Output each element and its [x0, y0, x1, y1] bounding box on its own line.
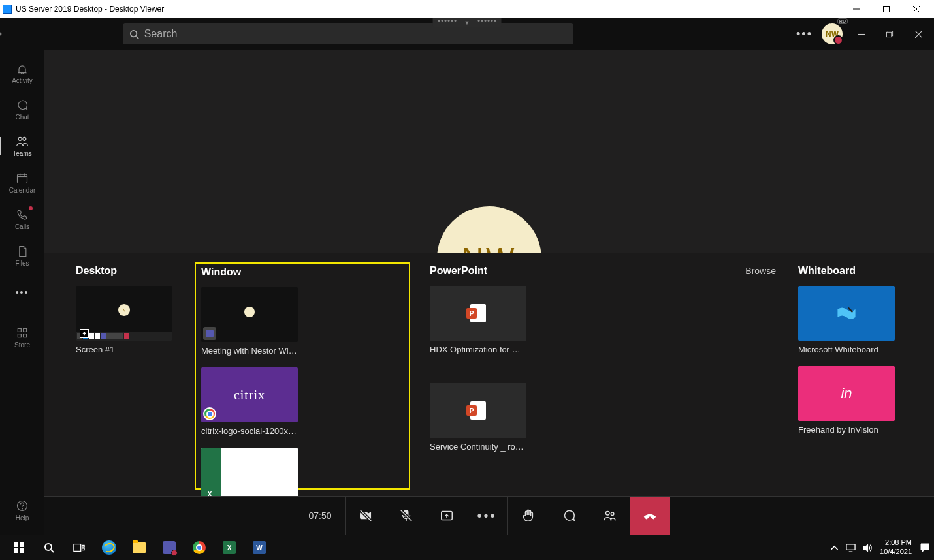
share-window-teams-meeting[interactable]: Meeting with Nestor Wilk...: [201, 287, 298, 356]
share-window-excel[interactable]: X Book1 - Excel: [201, 448, 298, 496]
hangup-icon: [643, 508, 657, 523]
share-whiteboard-invision[interactable]: in Freehand by InVision: [798, 366, 895, 435]
chat-panel-button[interactable]: [549, 496, 589, 535]
phone-icon: [16, 208, 29, 221]
powerpoint-file-icon: [470, 401, 486, 420]
citrix-title-bar: US Server 2019 Desktop - Desktop Viewer: [0, 0, 934, 18]
participants-button[interactable]: [589, 496, 630, 535]
mic-off-icon: [399, 508, 413, 523]
system-clock[interactable]: 2:08 PM 10/4/2021: [880, 538, 912, 557]
citrix-app-icon: [3, 5, 12, 14]
svg-rect-17: [18, 328, 21, 332]
share-screen-button[interactable]: [427, 496, 467, 535]
browse-link[interactable]: Browse: [745, 266, 776, 276]
chrome-app-icon: [203, 407, 216, 420]
camera-toggle-button[interactable]: [346, 496, 386, 535]
search-input[interactable]: Search: [123, 23, 573, 44]
share-window-title: Window: [201, 266, 241, 278]
teams-close-button[interactable]: [909, 31, 929, 38]
start-button[interactable]: [4, 535, 34, 560]
forward-button[interactable]: [0, 25, 8, 43]
share-window-1-label: citrix-logo-social-1200x6...: [201, 426, 298, 436]
citrix-minimize-button[interactable]: [841, 0, 871, 18]
search-icon: [129, 29, 139, 39]
svg-rect-13: [18, 174, 27, 183]
share-pp-0-label: HDX Optimization for Mi...: [430, 345, 526, 354]
taskbar-teams[interactable]: [154, 535, 184, 560]
rail-files-label: Files: [15, 260, 29, 267]
chrome-icon: [193, 541, 206, 554]
svg-line-40: [51, 550, 54, 552]
taskbar-search-button[interactable]: [34, 535, 64, 560]
tray-display-icon[interactable]: [846, 543, 856, 553]
svg-rect-37: [14, 548, 18, 553]
powerpoint-file-icon: [470, 304, 486, 322]
share-whiteboard-microsoft[interactable]: Microsoft Whiteboard: [798, 286, 895, 354]
share-wb-0-label: Microsoft Whiteboard: [798, 345, 895, 354]
rail-calls[interactable]: Calls: [0, 201, 44, 238]
share-pp-hdx[interactable]: HDX Optimization for Mi...: [430, 286, 526, 354]
teams-maximize-button[interactable]: [880, 31, 900, 38]
more-options-button[interactable]: •••: [796, 27, 813, 41]
rail-calendar[interactable]: Calendar: [0, 164, 44, 201]
teams-app-icon: [203, 327, 216, 340]
svg-rect-18: [24, 328, 27, 332]
avatar-badge: RD: [837, 18, 848, 24]
teams-minimize-button[interactable]: [852, 31, 871, 38]
svg-rect-44: [846, 544, 855, 549]
hang-up-button[interactable]: [630, 496, 670, 535]
citrix-maximize-button[interactable]: [871, 0, 901, 18]
rail-chat[interactable]: Chat: [0, 91, 44, 128]
share-window-citrix-logo[interactable]: citrix citrix-logo-social-1200x6...: [201, 367, 298, 436]
citrix-close-button[interactable]: [901, 0, 931, 18]
more-actions-button[interactable]: •••: [467, 496, 507, 535]
taskbar-chrome[interactable]: [184, 535, 214, 560]
share-section-window: Window Meeting with Nestor Wilk... citri…: [195, 262, 410, 490]
rail-help[interactable]: Help: [0, 492, 44, 529]
task-view-button[interactable]: [64, 535, 94, 560]
taskbar-explorer[interactable]: [124, 535, 154, 560]
taskbar-excel[interactable]: X: [214, 535, 244, 560]
svg-rect-1: [884, 7, 890, 12]
word-icon: W: [253, 541, 266, 554]
action-center-icon[interactable]: [920, 542, 930, 553]
mic-toggle-button[interactable]: [386, 496, 427, 535]
rail-activity[interactable]: Activity: [0, 55, 44, 91]
rail-files[interactable]: Files: [0, 238, 44, 274]
rail-calendar-label: Calendar: [9, 187, 36, 194]
rail-more[interactable]: •••: [0, 274, 44, 311]
whiteboard-icon: [835, 305, 858, 322]
rail-store[interactable]: Store: [0, 319, 44, 356]
rail-store-label: Store: [14, 341, 30, 349]
share-desktop-title: Desktop: [76, 265, 117, 277]
share-wb-1-label: Freehand by InVision: [798, 425, 895, 435]
search-icon: [44, 542, 54, 553]
svg-rect-43: [82, 548, 85, 550]
chat-icon: [16, 99, 29, 112]
svg-point-12: [23, 137, 26, 140]
share-tray: Desktop N Screen #1 Window: [44, 253, 934, 496]
hand-icon: [521, 508, 536, 523]
citrix-logo-text: citrix: [234, 388, 265, 403]
teams-icon: [16, 135, 29, 148]
teams-window: ▼ Search ••• RD NW: [0, 18, 934, 535]
call-control-bar: 07:50 •••: [44, 496, 934, 535]
tray-chevron-up-icon[interactable]: [829, 543, 839, 553]
teams-icon: [163, 541, 176, 554]
raise-hand-button[interactable]: [508, 496, 549, 535]
profile-avatar[interactable]: RD NW: [822, 23, 843, 44]
tray-volume-icon[interactable]: [862, 543, 872, 553]
rail-teams[interactable]: Teams: [0, 128, 44, 164]
clock-date: 10/4/2021: [880, 548, 912, 557]
share-whiteboard-title: Whiteboard: [798, 265, 856, 277]
share-desktop-screen1[interactable]: N Screen #1: [76, 286, 172, 354]
people-icon: [602, 508, 617, 523]
citrix-window-title: US Server 2019 Desktop - Desktop Viewer: [16, 5, 164, 14]
taskbar-word[interactable]: W: [244, 535, 274, 560]
svg-rect-42: [82, 545, 85, 547]
rail-calls-label: Calls: [15, 223, 29, 230]
share-pp-service-continuity[interactable]: Service Continuity _ road...: [430, 383, 526, 452]
citrix-toolbar-handle[interactable]: ▼: [433, 18, 502, 27]
taskbar-ie[interactable]: [94, 535, 124, 560]
share-pp-1-label: Service Continuity _ road...: [430, 442, 526, 452]
